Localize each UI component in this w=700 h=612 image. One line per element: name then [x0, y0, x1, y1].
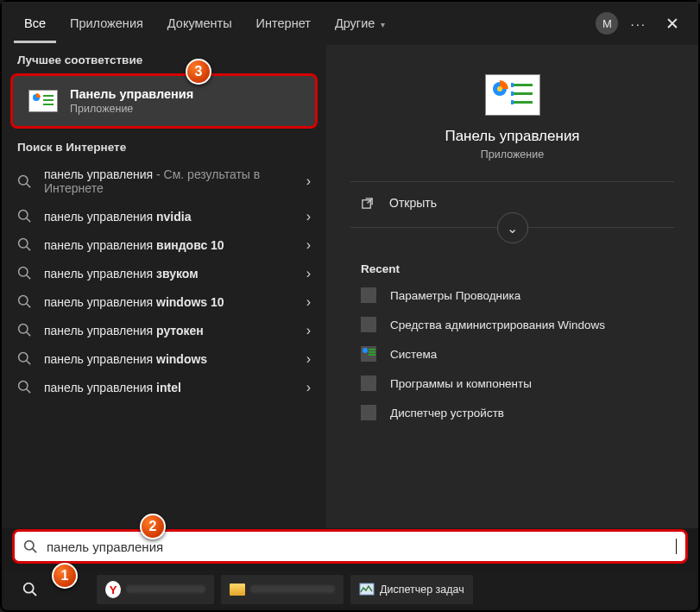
tab-all[interactable]: Все	[14, 4, 56, 43]
recent-item-icon	[361, 346, 376, 362]
svg-rect-4	[43, 104, 54, 105]
preview-subtitle: Приложение	[326, 148, 698, 161]
taskbar-app-taskmanager[interactable]: Диспетчер задач	[350, 575, 473, 604]
svg-point-17	[19, 353, 28, 362]
chevron-down-icon: ▾	[378, 20, 385, 29]
svg-point-23	[497, 86, 502, 91]
search-icon	[17, 380, 32, 394]
svg-rect-24	[514, 84, 533, 86]
chevron-right-icon: ›	[306, 266, 311, 281]
recent-label: Recent	[326, 243, 698, 281]
web-result-0[interactable]: панель управления - См. результаты в Инт…	[2, 161, 326, 202]
folder-icon	[230, 582, 245, 597]
svg-line-12	[27, 275, 30, 279]
recent-item-icon	[361, 287, 376, 303]
svg-line-6	[27, 183, 30, 186]
svg-point-33	[24, 584, 34, 593]
search-icon	[17, 237, 32, 252]
svg-rect-29	[511, 100, 514, 104]
expand-toggle[interactable]: ⌄	[497, 212, 528, 243]
web-search-label: Поиск в Интернете	[2, 132, 326, 161]
web-result-4[interactable]: панель управления windows 10 ›	[2, 287, 326, 316]
tab-apps[interactable]: Приложения	[60, 4, 154, 43]
svg-line-8	[27, 218, 30, 222]
svg-point-31	[25, 540, 34, 549]
chevron-right-icon: ›	[306, 174, 311, 189]
taskbar-app-yandex[interactable]: Y	[97, 575, 214, 604]
tab-docs[interactable]: Документы	[157, 4, 243, 43]
task-manager-icon	[359, 582, 375, 597]
chevron-right-icon: ›	[306, 237, 311, 253]
svg-line-20	[27, 389, 30, 393]
best-match-item[interactable]: Панель управления Приложение	[10, 73, 318, 129]
svg-line-10	[27, 247, 30, 250]
svg-rect-3	[43, 99, 54, 101]
step-badge-1: 1	[52, 563, 78, 589]
web-result-5[interactable]: панель управления рутокен ›	[2, 316, 326, 344]
svg-rect-27	[511, 83, 514, 87]
tabs-bar: Все Приложения Документы Интернет Другие…	[2, 2, 698, 45]
svg-line-16	[27, 332, 30, 336]
search-box[interactable]	[12, 529, 688, 564]
taskbar-search-icon[interactable]	[14, 575, 47, 604]
search-icon	[23, 539, 38, 554]
svg-rect-26	[514, 101, 533, 104]
user-avatar[interactable]: M	[596, 12, 618, 35]
more-options-button[interactable]: ···	[630, 16, 646, 31]
recent-item-3[interactable]: Программы и компоненты	[326, 369, 698, 398]
chevron-right-icon: ›	[306, 294, 311, 310]
step-badge-3: 3	[186, 59, 211, 85]
svg-point-11	[19, 268, 28, 276]
svg-line-18	[27, 361, 30, 364]
search-icon	[17, 351, 32, 366]
recent-item-icon	[361, 375, 376, 391]
web-result-3[interactable]: панель управления звуком ›	[2, 259, 326, 287]
open-icon	[361, 197, 374, 210]
svg-rect-25	[514, 92, 533, 95]
recent-item-0[interactable]: Параметры Проводника	[326, 281, 698, 310]
search-input[interactable]	[47, 539, 676, 554]
chevron-right-icon: ›	[306, 209, 311, 224]
taskbar: Y Диспетчер задач	[3, 571, 697, 609]
search-icon	[17, 174, 32, 189]
svg-line-34	[32, 591, 36, 596]
web-result-1[interactable]: панель управления nvidia ›	[2, 202, 326, 230]
svg-point-13	[19, 296, 28, 305]
close-button[interactable]: ✕	[659, 14, 686, 34]
svg-line-32	[33, 548, 36, 552]
search-icon	[17, 294, 32, 309]
svg-point-5	[19, 175, 28, 184]
preview-title: Панель управления	[326, 128, 698, 145]
chevron-right-icon: ›	[306, 380, 311, 395]
text-caret	[676, 539, 677, 554]
recent-item-icon	[361, 317, 376, 332]
search-icon	[17, 266, 32, 281]
step-badge-2: 2	[140, 514, 166, 539]
best-match-title: Панель управления	[70, 87, 193, 101]
svg-rect-28	[511, 91, 514, 96]
svg-point-9	[19, 239, 28, 248]
tab-more[interactable]: Другие ▾	[325, 4, 395, 43]
recent-item-1[interactable]: Средства администрирования Windows	[326, 310, 698, 339]
best-match-subtitle: Приложение	[70, 103, 193, 115]
search-icon	[17, 209, 32, 224]
taskbar-app-explorer[interactable]	[221, 575, 344, 604]
svg-point-7	[19, 211, 28, 219]
web-result-6[interactable]: панель управления windows ›	[2, 344, 326, 373]
best-match-label: Лучшее соответствие	[2, 45, 326, 73]
web-result-2[interactable]: панель управления виндовс 10 ›	[2, 230, 326, 259]
tab-web[interactable]: Интернет	[246, 4, 321, 43]
svg-line-14	[27, 304, 30, 307]
yandex-icon: Y	[105, 581, 121, 598]
chevron-right-icon: ›	[306, 351, 311, 367]
control-panel-icon	[28, 90, 58, 112]
results-panel: Лучшее соответствие Панель управления Пр…	[2, 45, 326, 528]
recent-item-2[interactable]: Система	[326, 339, 698, 369]
recent-item-4[interactable]: Диспетчер устройств	[326, 398, 698, 427]
svg-point-15	[19, 325, 28, 333]
preview-app-icon	[485, 74, 540, 116]
web-result-7[interactable]: панель управления intel ›	[2, 373, 326, 401]
search-icon	[17, 323, 32, 338]
preview-panel: Панель управления Приложение Открыть ⌄ R…	[326, 45, 698, 528]
svg-point-19	[19, 382, 28, 390]
